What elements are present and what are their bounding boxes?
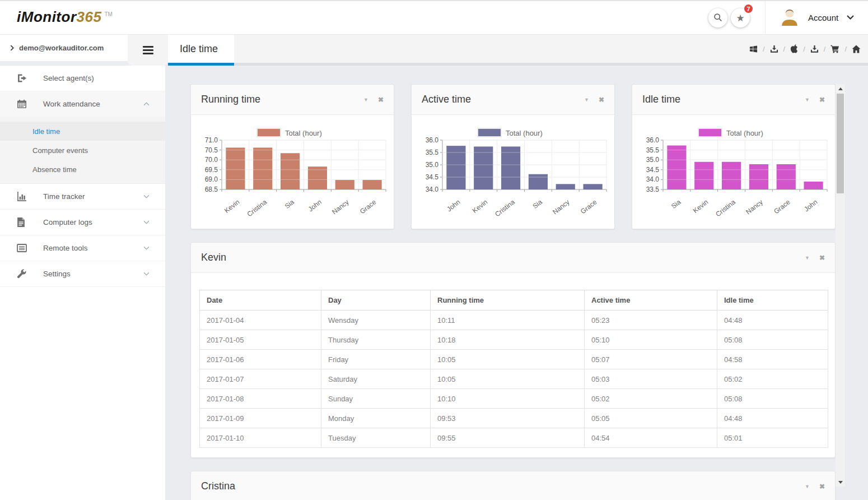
windows-icon[interactable] [749, 45, 758, 53]
scroll-thumb[interactable] [837, 94, 844, 193]
svg-text:36.0: 36.0 [646, 136, 660, 144]
svg-text:Grace: Grace [358, 198, 378, 215]
svg-text:35.0: 35.0 [646, 156, 660, 164]
table-cell: 10:05 [431, 369, 585, 389]
agent-email-toggle[interactable]: demo@workauditor.com [0, 35, 128, 62]
collapse-button[interactable]: ▼ [363, 97, 368, 103]
svg-text:70.0: 70.0 [205, 156, 218, 164]
close-button[interactable]: ✖ [599, 96, 604, 104]
bar-chart-idle-time: Total (hour)33.534.034.535.035.536.0SiaK… [632, 115, 835, 228]
collapse-button[interactable]: ▼ [805, 484, 810, 489]
table-cell: 04:48 [717, 409, 828, 428]
bar-kevin [694, 162, 713, 189]
download-icon[interactable] [770, 45, 778, 53]
toolbar-separator: / [803, 45, 805, 53]
tab-idle-time[interactable]: Idle time [168, 35, 234, 66]
sidebar-item-work-attendance[interactable]: Work attendance [0, 91, 165, 117]
table-cell: 05:02 [585, 389, 717, 409]
scroll-down-button[interactable] [836, 478, 845, 487]
bar-kevin [474, 146, 493, 189]
sidebar-item-computer-logs[interactable]: Computer logs [0, 210, 165, 235]
table-cell: 04:54 [585, 428, 717, 448]
table-cell: 05:03 [585, 369, 717, 389]
table-cell: 04:58 [717, 350, 828, 369]
table-cell: Sunday [321, 389, 431, 409]
sidebar-item-time-tracker[interactable]: Time tracker [0, 184, 165, 210]
table-row: 2017-01-04Wensday10:1105:2304:48 [200, 311, 828, 330]
svg-text:Kevin: Kevin [471, 198, 489, 215]
svg-text:Nancy: Nancy [551, 198, 571, 216]
table-header-row: DateDayRunning timeActive timeIdle time [200, 290, 828, 311]
account-menu[interactable]: Account [780, 5, 854, 30]
collapse-button[interactable]: ▼ [805, 97, 810, 103]
svg-text:John: John [445, 198, 461, 213]
column-header-day: Day [321, 290, 431, 311]
scroll-up-button[interactable] [836, 84, 845, 93]
collapse-icon: ▼ [805, 255, 810, 261]
panel-actions: ▼✖ [805, 254, 825, 262]
search-button[interactable] [708, 8, 727, 27]
star-icon: ★ [736, 12, 744, 24]
home-icon[interactable] [852, 45, 861, 53]
panel-header: Kevin▼✖ [191, 243, 835, 273]
column-header-running-time: Running time [431, 290, 585, 311]
close-button[interactable]: ✖ [378, 96, 384, 104]
svg-text:34.0: 34.0 [646, 175, 660, 183]
toolbar-separator: / [824, 45, 826, 53]
bar-chart-active-time: Total (hour)34.034.535.035.536.0JohnKevi… [412, 115, 614, 228]
sidebar-subitem-idle-time[interactable]: Idle time [0, 122, 165, 141]
table-cell: 10:05 [431, 350, 585, 369]
svg-text:Nancy: Nancy [744, 198, 764, 216]
legend-label: Total (hour) [726, 129, 763, 137]
top-header: iMonitor365TM ★ 7 Account [0, 0, 868, 35]
sidebar-item-label: Select agent(s) [43, 74, 150, 82]
svg-text:Kevin: Kevin [223, 198, 241, 215]
toolbar-separator: / [783, 45, 786, 53]
svg-text:33.5: 33.5 [646, 186, 660, 193]
close-button[interactable]: ✖ [819, 483, 825, 490]
close-button[interactable]: ✖ [819, 96, 825, 104]
table-row: 2017-01-10Tuesday09:5504:5405:01 [200, 428, 828, 448]
logo-imonitor: iMonitor [17, 8, 77, 25]
collapse-button[interactable]: ▼ [805, 255, 810, 261]
legend-swatch [698, 128, 722, 137]
bar-grace [583, 184, 602, 189]
content: Running time▼✖Total (hour)68.569.069.570… [165, 66, 868, 500]
close-icon: ✖ [819, 483, 825, 490]
panel-header: Idle time▼✖ [632, 85, 835, 115]
cart-icon[interactable] [830, 45, 839, 53]
legend-swatch [257, 128, 281, 137]
sidebar-subitem-absence-time[interactable]: Absence time [0, 160, 165, 179]
triangle-up-icon [838, 87, 843, 90]
download-icon[interactable] [810, 45, 819, 53]
triangle-down-icon [838, 481, 843, 484]
sidebar-item-remote-tools[interactable]: Remote tools [0, 235, 165, 261]
apple-icon[interactable] [790, 44, 798, 53]
svg-text:70.5: 70.5 [205, 146, 218, 154]
wrench-icon [17, 269, 27, 279]
table-row: 2017-01-07Saturday10:0505:0305:02 [200, 369, 828, 389]
table-cell: 05:23 [585, 311, 717, 330]
svg-text:35.5: 35.5 [646, 146, 660, 154]
sidebar-toggle-button[interactable] [143, 46, 153, 54]
vertical-scrollbar[interactable] [836, 84, 845, 487]
table-cell: 2017-01-05 [200, 330, 321, 350]
panel-header: Cristina▼✖ [191, 471, 835, 500]
close-button[interactable]: ✖ [819, 254, 825, 262]
bar-sia [667, 146, 686, 189]
panel-actions: ▼✖ [805, 483, 825, 490]
agent-email: demo@workauditor.com [19, 44, 104, 52]
search-icon [713, 13, 722, 24]
bar-kevin [226, 147, 245, 189]
sidebar-item-settings[interactable]: Settings [0, 261, 165, 287]
chart-body: Total (hour)33.534.034.535.035.536.0SiaK… [632, 115, 835, 230]
column-header-active-time: Active time [585, 290, 717, 311]
close-icon: ✖ [378, 96, 384, 104]
svg-text:71.0: 71.0 [205, 136, 218, 144]
sidebar-subitem-computer-events[interactable]: Computer events [0, 141, 165, 160]
table-cell: 2017-01-10 [200, 428, 321, 448]
sidebar-item-select-agents[interactable]: Select agent(s) [0, 66, 165, 91]
toolbar-separator: / [844, 45, 847, 53]
table-cell: 05:08 [717, 389, 828, 409]
collapse-button[interactable]: ▼ [584, 97, 589, 103]
